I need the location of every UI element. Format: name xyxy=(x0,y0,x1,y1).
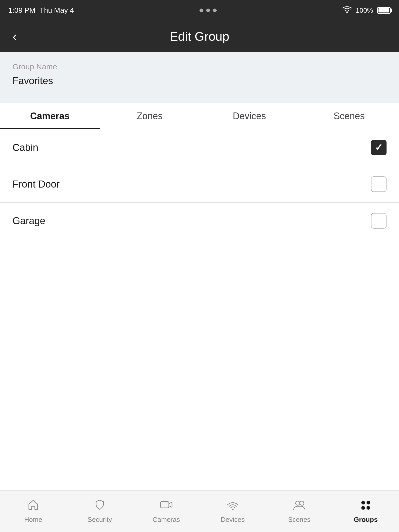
date: Thu May 4 xyxy=(39,6,74,15)
bottom-tab-security[interactable]: Security xyxy=(66,499,133,524)
svg-point-2 xyxy=(232,509,234,510)
bottom-tab-devices[interactable]: Devices xyxy=(200,499,266,524)
svg-point-7 xyxy=(361,506,365,510)
dot-1 xyxy=(200,9,203,12)
list-item: Front Door xyxy=(0,166,399,203)
svg-point-3 xyxy=(296,501,300,505)
cameras-icon xyxy=(160,499,173,513)
tabs-container: Cameras Zones Devices Scenes xyxy=(0,103,399,129)
battery-icon xyxy=(377,7,391,14)
status-bar-left: 1:09 PM Thu May 4 xyxy=(8,6,74,15)
scenes-label: Scenes xyxy=(288,516,311,524)
battery-percentage: 100% xyxy=(356,6,373,15)
groups-label: Groups xyxy=(354,516,378,524)
wifi-icon xyxy=(342,6,352,15)
checkbox-cabin[interactable] xyxy=(371,140,387,155)
svg-point-4 xyxy=(300,501,304,505)
svg-point-8 xyxy=(367,506,370,510)
cameras-label: Cameras xyxy=(152,516,180,524)
checkbox-garage[interactable] xyxy=(371,213,387,229)
bottom-tab-scenes[interactable]: Scenes xyxy=(266,499,332,524)
devices-label: Devices xyxy=(221,516,245,524)
battery-fill xyxy=(378,8,389,12)
tab-scenes[interactable]: Scenes xyxy=(299,103,399,129)
security-icon xyxy=(94,499,105,513)
checkbox-frontdoor[interactable] xyxy=(371,176,387,192)
camera-list: Cabin Front Door Garage xyxy=(0,129,399,239)
camera-name-frontdoor: Front Door xyxy=(12,179,60,190)
home-label: Home xyxy=(24,516,42,524)
devices-icon xyxy=(227,499,238,513)
camera-name-garage: Garage xyxy=(12,215,45,227)
groups-icon xyxy=(360,499,372,513)
camera-name-cabin: Cabin xyxy=(12,142,38,153)
svg-point-0 xyxy=(346,11,348,13)
dot-3 xyxy=(213,9,217,12)
status-bar-right: 100% xyxy=(342,6,391,15)
nav-bar: ‹ Edit Group xyxy=(0,21,399,52)
dot-2 xyxy=(206,9,210,12)
status-bar: 1:09 PM Thu May 4 100% xyxy=(0,0,399,21)
list-item: Cabin xyxy=(0,129,399,166)
security-label: Security xyxy=(88,516,112,524)
tab-devices[interactable]: Devices xyxy=(200,103,299,129)
bottom-tab-home[interactable]: Home xyxy=(0,499,66,524)
bottom-tab-cameras[interactable]: Cameras xyxy=(133,499,200,524)
page-title: Edit Group xyxy=(170,29,229,44)
group-name-section: Group Name Favorites xyxy=(0,52,399,103)
bottom-tab-groups[interactable]: Groups xyxy=(332,499,399,524)
home-icon xyxy=(28,499,39,513)
group-name-value[interactable]: Favorites xyxy=(12,75,387,91)
status-bar-dots xyxy=(200,9,217,12)
tab-cameras[interactable]: Cameras xyxy=(0,103,100,129)
svg-rect-1 xyxy=(161,502,169,508)
list-item: Garage xyxy=(0,203,399,239)
svg-point-6 xyxy=(367,501,370,504)
svg-point-5 xyxy=(361,501,365,504)
time: 1:09 PM xyxy=(8,6,35,15)
bottom-tab-bar: Home Security Cameras Devices xyxy=(0,490,399,532)
back-button[interactable]: ‹ xyxy=(8,26,21,46)
tab-zones[interactable]: Zones xyxy=(100,103,200,129)
group-name-label: Group Name xyxy=(12,62,387,71)
scenes-icon xyxy=(293,499,305,513)
